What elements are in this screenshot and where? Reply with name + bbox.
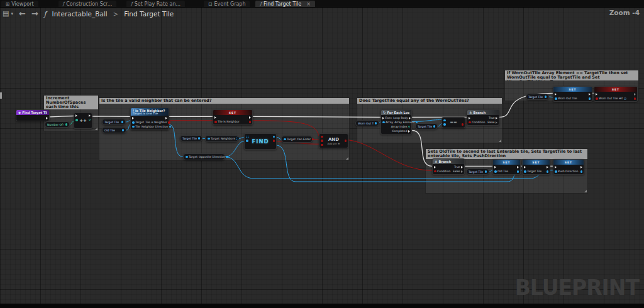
node-set-target-tile[interactable]: SETTarget Tile (522, 159, 550, 175)
pin-obj[interactable] (226, 156, 228, 158)
node-get-number-of-spaces[interactable]: Number Of Spaces (45, 121, 70, 128)
pin-exec[interactable] (46, 117, 48, 119)
comment-title[interactable]: Is the tile a valid neighbor that can be… (99, 98, 349, 104)
pin-obj[interactable] (169, 126, 172, 128)
pin-obj[interactable] (433, 125, 436, 128)
node-header[interactable]: ↻For Each Loop (381, 110, 411, 115)
back-arrow-button[interactable]: ← (19, 10, 26, 18)
pin-obj[interactable] (186, 156, 188, 158)
pin-bool[interactable] (469, 121, 471, 124)
pin-bool[interactable] (434, 170, 436, 173)
pin-exec[interactable] (382, 117, 384, 119)
forward-arrow-button[interactable]: → (31, 10, 38, 18)
pin-bool[interactable] (596, 97, 598, 100)
pin-obj[interactable] (485, 170, 487, 173)
pin-obj[interactable] (517, 170, 519, 173)
node-set-worn-out-tile-hit[interactable]: SETWorn Out Tile Hit✓ (594, 86, 638, 102)
node-for-each-loop[interactable]: ↻For Each LoopExecLoop BodyArrayArray El… (380, 109, 412, 135)
pin-int-o[interactable] (408, 126, 410, 128)
pin-exec[interactable] (555, 166, 557, 168)
node-opposite-direction[interactable]: TargetOpposite Direction (183, 153, 225, 160)
node-get-target-tile-4[interactable]: Target Tile (526, 94, 549, 100)
comment-resize-handle[interactable] (499, 140, 501, 142)
pin-bool[interactable] (634, 97, 636, 100)
pin-obj[interactable] (545, 96, 547, 98)
pin-grid[interactable] (246, 135, 249, 138)
node-get-worn-out-tiles[interactable]: Worn Out Tiles (355, 120, 379, 126)
node-header[interactable]: ƒIs Tile Neighbor?Target is Grid Tile (131, 108, 169, 116)
pin-obj[interactable] (443, 123, 446, 126)
node-branch-top[interactable]: ⋔BranchTrueConditionFalse (467, 109, 499, 126)
node-header[interactable]: ⋔Branch (433, 159, 464, 164)
node-and-node[interactable]: ANDAdd pin ⊕ (319, 133, 348, 148)
node-set-tile-is-neighbor[interactable]: SETTile is Neighbor (213, 109, 253, 125)
node-increment[interactable]: ++ (74, 113, 92, 129)
pin-bool[interactable] (345, 140, 347, 142)
pin-bool[interactable] (462, 123, 464, 126)
pin-int[interactable] (65, 123, 68, 126)
pin-exec[interactable] (524, 166, 526, 168)
tab-event-graph[interactable]: ⊡Event Graph (204, 1, 250, 7)
pin-obj[interactable] (494, 170, 497, 173)
pin-obj[interactable] (132, 121, 135, 124)
pin-obj[interactable] (198, 137, 201, 140)
pin-exec[interactable] (580, 166, 582, 168)
node-header[interactable]: SET (523, 160, 550, 165)
pin-bool[interactable] (273, 140, 275, 142)
node-get-target-tile-5[interactable]: Target Tile (466, 168, 489, 175)
node-set-old-tile[interactable]: SETOld Tile (492, 159, 521, 175)
pin-obj[interactable] (284, 138, 286, 141)
pin-exec[interactable] (496, 117, 497, 119)
pin-obj[interactable] (555, 97, 557, 100)
node-find-node[interactable]: FIND (244, 133, 277, 150)
node-equal-node[interactable]: == (441, 117, 465, 128)
comment-title[interactable]: Sets OldTile to second to last Enterable… (426, 149, 587, 159)
node-can-enter[interactable]: TargetCan Enter (281, 136, 313, 143)
pin-exec[interactable] (249, 116, 251, 119)
tab-viewport[interactable]: ⊞Viewport (1, 1, 38, 7)
pin-exec[interactable] (408, 130, 410, 133)
pin-exec[interactable] (494, 166, 496, 168)
bookmark-icon[interactable]: ▤ (3, 10, 9, 18)
pin-exec[interactable] (89, 114, 91, 117)
pin-execo[interactable] (496, 121, 497, 124)
pin-obj[interactable] (524, 170, 526, 173)
pin-exec[interactable] (75, 114, 77, 117)
pin-exec[interactable] (165, 117, 167, 119)
node-neighbors[interactable]: TargetNeighbors (205, 135, 238, 142)
pin-exec[interactable] (461, 166, 463, 168)
node-set-push-direction[interactable]: SETPush Direction (553, 159, 584, 175)
pin-execo[interactable] (461, 170, 463, 173)
breadcrumb-root[interactable]: Interactable_Ball (52, 10, 108, 18)
pin-exec[interactable] (589, 93, 591, 96)
pin-exec[interactable] (434, 166, 436, 168)
pin-grid[interactable] (236, 137, 239, 140)
breadcrumb-current[interactable]: Find Target Tile (124, 10, 174, 18)
comment-resize-handle[interactable] (95, 128, 97, 130)
node-header[interactable]: ⋔Branch (467, 110, 499, 115)
node-set-worn-out-tile[interactable]: SETWorn Out Tile (553, 86, 592, 102)
pin-exec[interactable] (214, 116, 216, 119)
pin-obj[interactable] (580, 170, 583, 173)
comment-resize-handle[interactable] (346, 157, 348, 160)
node-header[interactable]: SET (553, 87, 592, 92)
comment-title[interactable]: If WornOutTile Array Element == TargetTi… (505, 70, 638, 80)
node-header[interactable]: SET (594, 87, 637, 92)
node-get-old-tile[interactable]: Old Tile (102, 127, 126, 133)
tab-set-play-rate-an[interactable]: ƒSet Play Rate an... (126, 1, 185, 7)
pin-obj[interactable] (121, 121, 124, 123)
pin-obj[interactable] (375, 122, 377, 124)
pin-exec[interactable] (132, 117, 134, 119)
graph-canvas[interactable]: Increment NumberOfSpaces each time this … (0, 8, 644, 304)
pin-exec[interactable] (517, 166, 519, 168)
tab-close-icon[interactable]: × (306, 1, 311, 7)
pin-exec[interactable] (555, 93, 557, 96)
pin-obj[interactable] (589, 97, 591, 100)
pin-exec[interactable] (547, 166, 548, 168)
comment-resize-handle[interactable] (584, 190, 587, 192)
pin-bool[interactable] (312, 138, 314, 141)
comment-title[interactable]: Does TargetTile equal any of the WornOut… (357, 98, 502, 104)
node-get-target-tile-2[interactable]: Target Tile (180, 135, 203, 141)
node-is-tile-neighbor[interactable]: ƒIs Tile Neighbor?Target is Grid TileTar… (130, 107, 169, 130)
pin-obj[interactable] (547, 170, 549, 173)
